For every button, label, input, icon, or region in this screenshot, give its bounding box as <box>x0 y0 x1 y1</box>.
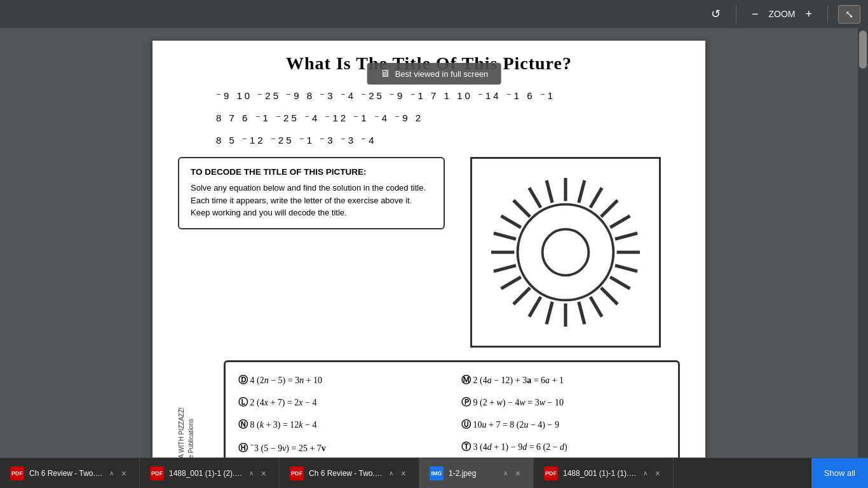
zoom-control: − ZOOM + <box>747 5 817 24</box>
taskbar-item-label-0: Ch 6 Review - Two....pdf <box>29 469 104 478</box>
svg-line-21 <box>513 200 530 217</box>
taskbar-item-label-4: 1488_001 (1)-1 (1).pdf <box>563 469 638 478</box>
exercises-box: Ⓓ 4 (2n − 5) = 3n + 10 Ⓛ 2 (4x + 7) = 2x… <box>224 360 680 458</box>
bottom-taskbar: PDF Ch 6 Review - Two....pdf ∧ × PDF 148… <box>0 458 868 488</box>
exercise-M-letter: Ⓜ <box>461 375 471 385</box>
taskbar-item-2[interactable]: PDF Ch 6 Review - Two....pdf ∧ × <box>280 458 419 488</box>
chevron-0[interactable]: ∧ <box>109 470 114 477</box>
svg-line-20 <box>501 216 521 227</box>
exercise-P-letter: Ⓟ <box>461 397 471 407</box>
side-text-line2: © Creative Publications <box>187 419 194 458</box>
exercise-M: Ⓜ 2 (4a − 12) + 3a = 6a + 1 <box>461 374 665 387</box>
fit-page-button[interactable]: ⤡ <box>838 5 860 24</box>
svg-line-23 <box>546 180 552 203</box>
close-tab-3[interactable]: × <box>513 468 523 478</box>
pdf-page: What Is The Title Of This Picture? ⁻9 10… <box>153 41 705 458</box>
page-number: 213 <box>200 360 220 458</box>
exercise-L: Ⓛ 2 (4x + 7) = 2x − 4 <box>238 396 442 409</box>
number-row-1: ⁻9 10 ⁻25 ⁻9 8 ⁻3 ⁻4 ⁻25 ⁻9 ⁻1 7 1 10 ⁻1… <box>216 85 680 106</box>
chevron-4[interactable]: ∧ <box>643 470 648 477</box>
zoom-in-button[interactable]: + <box>800 5 817 24</box>
taskbar-item-1[interactable]: PDF 1488_001 (1)-1 (2).pdf ∧ × <box>140 458 280 488</box>
svg-line-22 <box>529 188 541 208</box>
scrollbar-thumb[interactable] <box>859 30 867 69</box>
svg-line-7 <box>615 266 637 271</box>
chevron-3[interactable]: ∧ <box>503 470 508 477</box>
exercise-N-letter: Ⓝ <box>238 419 248 430</box>
toolbar-divider <box>736 5 736 23</box>
svg-line-19 <box>494 233 516 239</box>
main-area: 🖥 Best viewed in full screen What Is The… <box>0 28 868 458</box>
zoom-label: ZOOM <box>768 9 795 19</box>
svg-line-16 <box>501 277 521 288</box>
decode-box-title: TO DECODE THE TITLE OF THIS PICTURE: <box>191 167 432 177</box>
svg-line-1 <box>579 180 585 203</box>
svg-point-25 <box>543 229 589 276</box>
svg-line-13 <box>546 302 552 324</box>
close-tab-1[interactable]: × <box>259 468 269 478</box>
top-toolbar: ↺ − ZOOM + ⤡ <box>0 0 868 28</box>
decode-section: TO DECODE THE TITLE OF THIS PICTURE: Sol… <box>178 157 680 348</box>
svg-line-8 <box>610 277 630 288</box>
close-tab-4[interactable]: × <box>653 468 663 478</box>
pdf-icon-2: PDF <box>290 466 304 480</box>
svg-line-2 <box>590 188 602 208</box>
number-row-3: 8 5 ⁻12 ⁻25 ⁻1 ⁻3 ⁻3 ⁻4 <box>216 130 680 151</box>
taskbar-item-3[interactable]: IMG 1-2.jpeg ∧ × <box>419 458 534 488</box>
side-text: PRE-ALGEBRA WITH PIZZAZZ! © Creative Pub… <box>178 360 194 458</box>
exercise-U-letter: Ⓤ <box>461 419 471 430</box>
reload-button[interactable]: ↺ <box>706 4 726 24</box>
tooltip-icon: 🖥 <box>380 68 390 79</box>
exercise-H-letter: Ⓗ <box>238 443 248 453</box>
svg-line-3 <box>601 200 618 217</box>
svg-line-4 <box>610 216 630 227</box>
exercises-col-left: Ⓓ 4 (2n − 5) = 3n + 10 Ⓛ 2 (4x + 7) = 2x… <box>238 374 442 458</box>
exercise-H: Ⓗ −3 (5 − 9v) = 25 + 7v <box>238 440 442 455</box>
exercise-D: Ⓓ 4 (2n − 5) = 3n + 10 <box>238 374 442 387</box>
exercise-T-letter: Ⓣ <box>461 442 471 452</box>
close-tab-0[interactable]: × <box>119 468 129 478</box>
toolbar-divider-2 <box>827 5 828 23</box>
svg-line-11 <box>579 302 585 324</box>
img-icon-3: IMG <box>430 466 444 480</box>
svg-line-9 <box>601 288 618 304</box>
show-all-button[interactable]: Show all <box>811 458 868 488</box>
chevron-2[interactable]: ∧ <box>389 470 393 477</box>
exercise-D-letter: Ⓓ <box>238 375 248 385</box>
exercise-T: Ⓣ 3 (4d + 1) − 9d = 6 (2 − d) <box>461 440 665 454</box>
close-tab-2[interactable]: × <box>398 468 409 478</box>
decode-box: TO DECODE THE TITLE OF THIS PICTURE: Sol… <box>178 157 445 229</box>
tooltip-overlay: 🖥 Best viewed in full screen <box>367 63 501 85</box>
number-row-2: 8 7 6 ⁻1 ⁻25 ⁻4 ⁻12 ⁻1 ⁻4 ⁻9 2 <box>216 107 680 128</box>
decode-box-text: Solve any equation below and find the so… <box>191 182 432 219</box>
chevron-1[interactable]: ∧ <box>249 470 254 477</box>
pdf-icon-0: PDF <box>10 466 24 480</box>
taskbar-item-4[interactable]: PDF 1488_001 (1)-1 (1).pdf ∧ × <box>534 458 674 488</box>
exercises-col-right: Ⓜ 2 (4a − 12) + 3a = 6a + 1 Ⓟ 9 (2 + w) … <box>461 374 665 458</box>
exercise-L-letter: Ⓛ <box>238 397 248 407</box>
pdf-icon-4: PDF <box>544 466 558 480</box>
tooltip-text: Best viewed in full screen <box>395 69 489 79</box>
number-rows: ⁻9 10 ⁻25 ⁻9 8 ⁻3 ⁻4 ⁻25 ⁻9 ⁻1 7 1 10 ⁻1… <box>216 85 680 151</box>
svg-line-5 <box>615 233 637 239</box>
taskbar-item-0[interactable]: PDF Ch 6 Review - Two....pdf ∧ × <box>0 458 140 488</box>
sun-image <box>470 157 661 348</box>
svg-line-15 <box>513 288 530 304</box>
svg-line-17 <box>494 266 516 271</box>
pdf-icon-1: PDF <box>150 466 164 480</box>
zoom-out-button[interactable]: − <box>747 5 764 24</box>
exercises-section: PRE-ALGEBRA WITH PIZZAZZ! © Creative Pub… <box>178 360 680 458</box>
svg-line-14 <box>529 297 541 316</box>
exercise-P: Ⓟ 9 (2 + w) − 4w = 3w − 10 <box>461 396 665 409</box>
taskbar-item-label-1: 1488_001 (1)-1 (2).pdf <box>169 469 244 478</box>
exercise-N: Ⓝ 8 (k + 3) = 12k − 4 <box>238 418 442 431</box>
svg-line-10 <box>590 297 602 316</box>
taskbar-item-label-3: 1-2.jpeg <box>449 469 498 478</box>
taskbar-item-label-2: Ch 6 Review - Two....pdf <box>309 469 384 478</box>
scrollbar[interactable] <box>858 28 868 458</box>
sun-svg <box>483 170 648 335</box>
exercise-U: Ⓤ 10u + 7 = 8 (2u − 4) − 9 <box>461 418 665 431</box>
pdf-viewer[interactable]: 🖥 Best viewed in full screen What Is The… <box>0 28 858 458</box>
side-text-line1: PRE-ALGEBRA WITH PIZZAZZ! <box>178 407 185 458</box>
